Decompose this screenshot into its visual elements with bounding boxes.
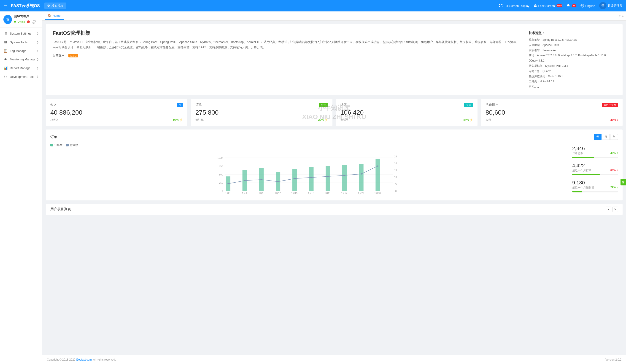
tech-item: 安全框架：Apache Shiro: [529, 42, 616, 48]
progress-bar-0: [572, 157, 618, 158]
lock-screen-button[interactable]: Lock Screen New: [534, 4, 563, 7]
stat-title-2: 访客: [341, 103, 347, 107]
fullscreen-icon: [499, 4, 503, 7]
footer-link[interactable]: j2eefast.com: [76, 358, 92, 361]
svg-point-31: [244, 180, 245, 181]
core-module-button[interactable]: ⚙ 核心模块: [44, 2, 66, 9]
svg-text:0: 0: [395, 190, 397, 192]
stats-row-container: 收入 月 40 886,200 总收入 98% ⚡ 订单 全年 275,800 …: [46, 99, 623, 126]
chart-legend: 订单数 付款数: [50, 143, 568, 147]
side-green-tab[interactable]: 66: [621, 179, 626, 185]
chart-stat-desc-0: 订单总数 48% ↑: [572, 152, 618, 155]
sidebar-item-system-tools[interactable]: ⊞ System Tools ❯: [0, 38, 42, 46]
stat-card-header-0: 收入 月: [50, 103, 183, 107]
stat-title-1: 订单: [196, 103, 202, 107]
stat-card-3: 活跃用户 最近一个月 80,600 12月 38% ↓: [481, 99, 623, 126]
user-avatar: 管: [599, 2, 607, 9]
svg-text:1月6: 1月6: [242, 192, 247, 195]
page-footer: Copyright © 2018-2020 j2eefast.com. All …: [42, 355, 626, 364]
stat-trend-1: 20% ⚡: [318, 118, 328, 121]
fullscreen-button[interactable]: Full Screen Display: [499, 4, 529, 7]
sidebar-menu: 🖥 System Settings ❯ ⊞ System Tools ❯ 📋 L…: [0, 27, 42, 83]
online-indicator: [14, 21, 16, 23]
chart-stat-label-1: 最近一个月订单: [572, 169, 591, 172]
stat-card-1: 订单 全年 275,800 新订单 20% ⚡: [191, 99, 332, 126]
svg-text:250: 250: [219, 182, 223, 184]
tech-item: 工具类：Hutool 4.5.8: [529, 79, 616, 84]
tab-home[interactable]: 🏠 Home: [45, 12, 64, 20]
chevron-icon-monitoring-manage: ❯: [37, 58, 39, 61]
period-btn-天[interactable]: 天: [594, 134, 601, 140]
svg-point-34: [294, 178, 295, 179]
menu-left: ⟨⟩ Development Tool: [3, 75, 34, 79]
svg-text:1月3: 1月3: [225, 192, 231, 195]
svg-text:1000: 1000: [218, 157, 223, 159]
menu-left: 👁 Monitoring Manage: [3, 57, 35, 61]
stat-title-0: 收入: [50, 103, 57, 107]
intro-left: FastOS管理框架 FastOS 是一个 Java EE 企业级快速开发平台，…: [53, 30, 522, 89]
tech-item: 数据库连接池：Druid 1.10.1: [529, 74, 616, 79]
menu-label-system-settings: System Settings: [10, 32, 31, 35]
table-header: 用户项目列表 ▲ ✕: [46, 204, 623, 215]
stat-card-header-3: 活跃用户 最近一个月: [485, 103, 618, 107]
stat-card-header-1: 订单 全年: [196, 103, 328, 107]
sidebar-item-system-settings[interactable]: 🖥 System Settings ❯: [0, 29, 42, 38]
chart-stat-label-0: 订单总数: [572, 152, 583, 155]
table-close-button[interactable]: ✕: [613, 206, 618, 212]
period-btn-月[interactable]: 月: [602, 134, 610, 140]
sidebar-item-monitoring-manage[interactable]: 👁 Monitoring Manage ❯: [0, 55, 42, 64]
top-nav-right: Full Screen Display Lock Screen New 10 E…: [499, 2, 623, 9]
logoff-button[interactable]: Log Off: [32, 19, 39, 25]
version-label-text: 当前版本：: [53, 54, 68, 57]
legend-dot-gray: [66, 144, 69, 146]
version-badge: v2.0.2: [68, 54, 78, 57]
language-button[interactable]: English: [581, 4, 595, 7]
sidebar-user: 管 超级管理员 Online 🔴 Log Off: [0, 11, 42, 27]
stat-footer-label-2: 新访客: [341, 118, 349, 122]
bell-icon: [567, 4, 570, 7]
svg-rect-28: [359, 164, 364, 191]
new-badge: New: [556, 4, 563, 7]
legend-payment-label: 付款数: [70, 143, 78, 147]
tech-item: 定时任务：Quartz: [529, 69, 616, 74]
table-collapse-button[interactable]: ▲: [606, 206, 611, 212]
svg-point-35: [311, 177, 312, 178]
sidebar-item-report-manage[interactable]: 📊 Report Manage ❯: [0, 64, 42, 72]
stat-card-header-2: 访客 今天: [341, 103, 473, 107]
tab-arrow-right[interactable]: »: [622, 14, 624, 18]
svg-text:15: 15: [394, 169, 397, 172]
tech-items-list: 核心框架：Spring Boot 2.2.5.RELEASE安全框架：Apach…: [529, 37, 616, 89]
notifications-button[interactable]: 10: [567, 4, 576, 7]
chart-stat-trend-1: 60% ↓: [610, 169, 618, 172]
svg-rect-29: [375, 159, 380, 191]
stat-card-2: 访客 今天 106,420 新访客 44% ⚡: [336, 99, 477, 126]
svg-text:0: 0: [222, 190, 223, 192]
svg-text:25: 25: [394, 155, 397, 158]
hamburger-menu[interactable]: ☰: [3, 3, 7, 8]
chevron-icon-system-settings: ❯: [37, 32, 39, 35]
stat-badge-0: 月: [177, 103, 183, 107]
tab-arrows: « »: [619, 14, 624, 18]
app-logo: FAST云系统OS: [11, 3, 40, 8]
sidebar-item-development-tool[interactable]: ⟨⟩ Development Tool ❯: [0, 72, 42, 81]
svg-text:1月18: 1月18: [308, 192, 314, 195]
svg-rect-0: [534, 5, 537, 7]
menu-icon-system-settings: 🖥: [3, 32, 7, 36]
period-btn-年[interactable]: 年: [610, 134, 618, 140]
user-menu[interactable]: 管 超级管理员: [599, 2, 623, 9]
tech-title: 技术选型：: [529, 30, 616, 36]
intro-title: FastOS管理框架: [53, 30, 522, 37]
sidebar: 管 超级管理员 Online 🔴 Log Off 🖥 System Settin…: [0, 11, 42, 364]
menu-label-report-manage: Report Manage: [10, 66, 30, 70]
chart-stat-desc-2: 最近一个月销售额 22% ↑: [572, 186, 618, 190]
stat-trend-3: 38% ↓: [610, 118, 618, 121]
chart-stat-value-1: 4,422: [572, 163, 618, 169]
sidebar-item-log-manage[interactable]: 📋 Log Manage ❯: [0, 46, 42, 55]
svg-point-36: [327, 176, 329, 177]
lock-icon: [534, 4, 537, 7]
chevron-icon-log-manage: ❯: [37, 49, 39, 52]
stat-footer-label-1: 新订单: [196, 118, 204, 122]
chevron-icon-development-tool: ❯: [37, 75, 39, 78]
tab-arrow-left[interactable]: «: [619, 14, 621, 18]
chart-main: 订单数 付款数 0 250 500 750 1000: [50, 143, 568, 196]
